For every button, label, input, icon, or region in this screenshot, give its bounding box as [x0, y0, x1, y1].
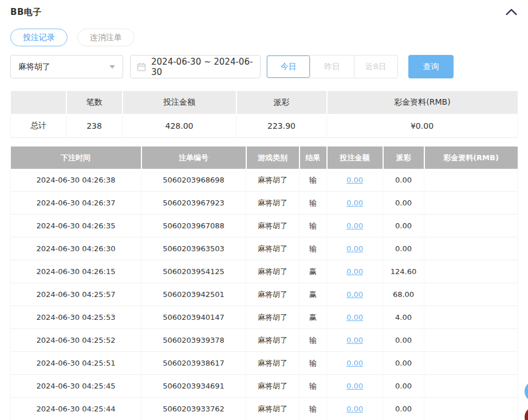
bet-time-cell: 2024-06-30 04:25:51: [11, 352, 141, 375]
records-header-bet-amount: 投注金额: [327, 146, 383, 169]
bet-amount-cell: 0.00: [327, 398, 383, 420]
table-row: 2024-06-30 04:26:385060203968698麻将胡了输0.0…: [11, 169, 518, 192]
bet-amount-cell: 0.00: [327, 306, 383, 329]
game-select[interactable]: 麻将胡了: [10, 55, 123, 78]
collapse-panel-button[interactable]: [505, 7, 518, 17]
payout-cell: 4.00: [383, 306, 424, 329]
order-no-cell: 5060203967923: [141, 192, 246, 215]
tab-cancelled-orders[interactable]: 连消注单: [77, 29, 135, 46]
records-header-order-no: 注单编号: [141, 146, 246, 169]
filter-bar: 麻将胡了 2024-06-30 ~ 2024-06-30 今日 昨日 近8日 查…: [10, 55, 518, 78]
bet-amount-link[interactable]: 0.00: [346, 336, 363, 344]
result-cell: 输: [300, 169, 327, 192]
table-row: 2024-06-30 04:26:375060203967923麻将胡了输0.0…: [11, 192, 518, 215]
page-title: BB电子: [10, 7, 42, 18]
record-type-tabs: 投注记录 连消注单: [10, 29, 518, 46]
bet-amount-cell: 0.00: [327, 192, 383, 215]
payout-cell: 124.60: [383, 260, 424, 283]
table-row: 2024-06-30 04:25:535060203940147麻将胡了赢0.0…: [11, 306, 518, 329]
game-type-cell: 麻将胡了: [246, 398, 300, 420]
main-content: BB电子 投注记录 连消注单 麻将胡了 2024-06-30 ~ 2: [0, 0, 528, 420]
order-no-cell: 5060203968698: [141, 169, 246, 192]
table-row: 2024-06-30 04:25:575060203942501麻将胡了赢0.0…: [11, 283, 518, 306]
bet-time-cell: 2024-06-30 04:26:35: [11, 215, 141, 237]
payout-cell: 0.00: [383, 215, 424, 237]
game-type-cell: 麻将胡了: [246, 237, 300, 260]
bet-amount-link[interactable]: 0.00: [346, 382, 363, 390]
bet-time-cell: 2024-06-30 04:25:45: [11, 375, 141, 398]
tab-bet-records[interactable]: 投注记录: [10, 29, 68, 46]
summary-header-payout: 派彩: [237, 91, 327, 114]
page-header: BB电子: [10, 0, 518, 19]
order-no-cell: 5060203967088: [141, 215, 246, 237]
chevron-up-icon: [506, 9, 517, 15]
bet-amount-cell: 0.00: [327, 169, 383, 192]
records-header-game-type: 游戏类别: [246, 146, 300, 169]
game-type-cell: 麻将胡了: [246, 192, 300, 215]
bet-amount-link[interactable]: 0.00: [346, 267, 363, 276]
result-cell: 输: [300, 237, 327, 260]
game-type-cell: 麻将胡了: [246, 306, 300, 329]
bet-amount-link[interactable]: 0.00: [346, 290, 363, 299]
records-header-payout: 派彩: [383, 146, 424, 169]
game-type-cell: 麻将胡了: [246, 215, 300, 237]
order-no-cell: 5060203963503: [141, 237, 246, 260]
bet-time-cell: 2024-06-30 04:25:52: [11, 329, 141, 352]
bet-amount-link[interactable]: 0.00: [346, 359, 363, 367]
summary-total-payout: 223.90: [237, 114, 327, 138]
result-cell: 输: [300, 215, 327, 237]
table-row: 2024-06-30 04:25:515060203938617麻将胡了输0.0…: [11, 352, 518, 375]
game-select-value: 麻将胡了: [18, 62, 50, 72]
records-header-result: 结果: [300, 146, 327, 169]
bet-amount-link[interactable]: 0.00: [346, 313, 363, 322]
summary-total-bet-amount: 428.00: [123, 114, 237, 138]
table-row: 2024-06-30 04:25:455060203934691麻将胡了输0.0…: [11, 375, 518, 398]
bonus-cell: [424, 398, 518, 420]
payout-cell: 0.00: [383, 375, 424, 398]
records-header-bet-time: 下注时间: [11, 146, 141, 169]
bonus-cell: [424, 352, 518, 375]
payout-cell: 0.00: [383, 329, 424, 352]
bet-amount-cell: 0.00: [327, 260, 383, 283]
bet-amount-cell: 0.00: [327, 329, 383, 352]
table-row: 2024-06-30 04:26:355060203967088麻将胡了输0.0…: [11, 215, 518, 237]
summary-header-bet-amount: 投注金额: [123, 91, 237, 114]
records-table: 下注时间 注单编号 游戏类别 结果 投注金额 派彩 彩金资料(RMB) 2024…: [10, 146, 518, 420]
result-cell: 赢: [300, 283, 327, 306]
order-no-cell: 5060203938617: [141, 352, 246, 375]
bet-amount-link[interactable]: 0.00: [346, 199, 363, 207]
summary-total-count: 238: [66, 114, 123, 138]
result-cell: 赢: [300, 306, 327, 329]
result-cell: 输: [300, 375, 327, 398]
bet-amount-link[interactable]: 0.00: [346, 244, 363, 253]
summary-header-empty: [11, 91, 66, 114]
bet-time-cell: 2024-06-30 04:26:37: [11, 192, 141, 215]
result-cell: 输: [300, 192, 327, 215]
quick-range-today[interactable]: 今日: [267, 56, 310, 78]
order-no-cell: 5060203934691: [141, 375, 246, 398]
order-no-cell: 5060203939378: [141, 329, 246, 352]
payout-cell: 0.00: [383, 398, 424, 420]
payout-cell: 0.00: [383, 352, 424, 375]
order-no-cell: 5060203933762: [141, 398, 246, 420]
payout-cell: 0.00: [383, 237, 424, 260]
payout-cell: 0.00: [383, 192, 424, 215]
calendar-icon: [137, 62, 146, 72]
summary-total-row: 总计 238 428.00 223.90 ¥0.00: [11, 114, 518, 138]
bet-amount-cell: 0.00: [327, 283, 383, 306]
game-type-cell: 麻将胡了: [246, 169, 300, 192]
result-cell: 输: [300, 352, 327, 375]
order-no-cell: 5060203940147: [141, 306, 246, 329]
summary-header-count: 笔数: [66, 91, 123, 114]
bet-amount-link[interactable]: 0.00: [346, 405, 363, 413]
game-type-cell: 麻将胡了: [246, 329, 300, 352]
date-range-picker[interactable]: 2024-06-30 ~ 2024-06-30: [130, 55, 261, 78]
bonus-cell: [424, 169, 518, 192]
bet-amount-link[interactable]: 0.00: [346, 221, 363, 230]
game-type-cell: 麻将胡了: [246, 283, 300, 306]
quick-range-last8days[interactable]: 近8日: [354, 56, 397, 78]
query-button[interactable]: 查询: [408, 55, 454, 78]
quick-range-yesterday[interactable]: 昨日: [310, 56, 354, 78]
bet-amount-link[interactable]: 0.00: [346, 176, 363, 184]
bet-amount-cell: 0.00: [327, 215, 383, 237]
